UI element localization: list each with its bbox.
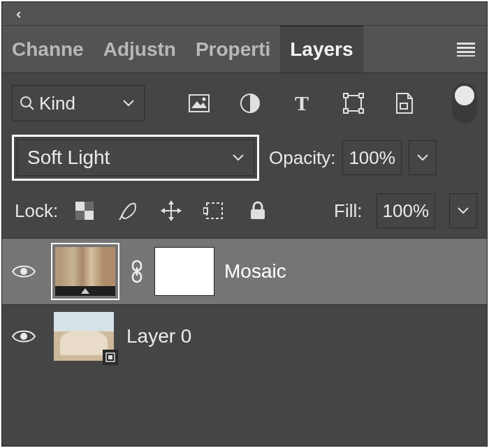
blend-mode-row: Soft Light Opacity: 100% bbox=[2, 129, 487, 186]
lock-transparency-icon[interactable] bbox=[72, 198, 97, 223]
svg-point-4 bbox=[21, 97, 31, 107]
panel-menu-icon[interactable] bbox=[445, 26, 487, 73]
svg-line-5 bbox=[29, 105, 34, 110]
tab-adjustments[interactable]: Adjustn bbox=[94, 26, 186, 73]
svg-rect-13 bbox=[344, 109, 348, 113]
opacity-label: Opacity: bbox=[269, 147, 335, 169]
filter-shape-icon[interactable] bbox=[338, 88, 369, 119]
lock-label: Lock: bbox=[15, 200, 58, 222]
filter-kind-select[interactable]: Kind bbox=[12, 85, 145, 121]
svg-marker-22 bbox=[168, 200, 174, 204]
toggle-knob bbox=[455, 86, 474, 105]
svg-rect-18 bbox=[85, 202, 94, 211]
svg-point-8 bbox=[202, 98, 205, 101]
layer-row[interactable]: Mosaic bbox=[2, 238, 487, 304]
chevron-down-icon bbox=[233, 154, 244, 161]
tab-channels[interactable]: Channe bbox=[2, 26, 94, 73]
filter-pixel-icon[interactable] bbox=[184, 88, 214, 119]
tab-spacer bbox=[363, 26, 445, 73]
tab-label: Adjustn bbox=[103, 38, 176, 61]
thumbnail-image bbox=[55, 247, 115, 296]
lock-artboard-icon[interactable] bbox=[202, 198, 227, 223]
layer-name[interactable]: Mosaic bbox=[224, 260, 286, 283]
svg-rect-3 bbox=[457, 55, 475, 57]
svg-point-29 bbox=[20, 268, 27, 275]
eye-icon bbox=[11, 263, 36, 280]
lock-icons bbox=[72, 198, 270, 223]
visibility-toggle[interactable] bbox=[6, 328, 41, 345]
svg-rect-0 bbox=[457, 43, 475, 45]
svg-rect-2 bbox=[457, 51, 475, 53]
eye-icon bbox=[11, 328, 36, 345]
svg-marker-23 bbox=[168, 217, 174, 221]
filter-type-icons: T bbox=[149, 88, 441, 119]
filter-adjustment-icon[interactable] bbox=[235, 88, 265, 119]
opacity-dropdown-button[interactable] bbox=[409, 140, 437, 175]
layers-panel: ‹‹ Channe Adjustn Properti Layers bbox=[1, 1, 488, 447]
svg-rect-26 bbox=[207, 203, 222, 218]
lock-position-icon[interactable] bbox=[159, 198, 184, 223]
layer-thumbnail[interactable] bbox=[51, 243, 119, 300]
visibility-toggle[interactable] bbox=[6, 263, 41, 280]
panel-collapse-bar[interactable]: ‹‹ bbox=[2, 2, 487, 26]
fill-value: 100% bbox=[383, 200, 430, 222]
svg-rect-27 bbox=[203, 208, 207, 214]
lock-pixels-icon[interactable] bbox=[115, 198, 140, 223]
svg-marker-25 bbox=[177, 208, 182, 214]
tab-label: Layers bbox=[290, 38, 353, 61]
layer-row[interactable]: Layer 0 bbox=[2, 304, 487, 368]
fill-label: Fill: bbox=[334, 200, 362, 222]
filter-type-icon[interactable]: T bbox=[286, 88, 317, 119]
svg-rect-6 bbox=[189, 95, 209, 112]
opacity-input[interactable]: 100% bbox=[342, 140, 402, 175]
lock-row: Lock: bbox=[2, 186, 487, 238]
opacity-value: 100% bbox=[349, 147, 395, 169]
layer-thumbnail[interactable] bbox=[51, 309, 117, 364]
panel-tabs: Channe Adjustn Properti Layers bbox=[2, 26, 487, 73]
filter-toggle-switch[interactable] bbox=[452, 83, 477, 124]
layer-filter-row: Kind T bbox=[2, 73, 487, 129]
search-icon bbox=[20, 96, 35, 111]
panel-body: Kind T bbox=[2, 73, 487, 446]
svg-rect-17 bbox=[85, 211, 94, 220]
fill-dropdown-button[interactable] bbox=[449, 193, 477, 228]
chevron-down-icon bbox=[417, 154, 428, 161]
fill-input[interactable]: 100% bbox=[377, 193, 436, 228]
svg-rect-11 bbox=[344, 94, 348, 98]
smart-object-badge-icon bbox=[103, 350, 118, 365]
svg-rect-16 bbox=[75, 202, 85, 211]
svg-point-33 bbox=[20, 333, 27, 340]
blend-mode-value: Soft Light bbox=[27, 147, 110, 169]
collapse-icon: ‹‹ bbox=[16, 6, 17, 22]
svg-rect-1 bbox=[457, 47, 475, 49]
layer-mask-thumbnail[interactable] bbox=[154, 247, 214, 296]
lock-all-icon[interactable] bbox=[245, 198, 270, 223]
filter-smartobject-icon[interactable] bbox=[389, 88, 420, 119]
svg-rect-14 bbox=[359, 109, 363, 113]
svg-rect-35 bbox=[108, 355, 112, 359]
link-icon[interactable] bbox=[129, 260, 145, 283]
svg-rect-19 bbox=[75, 211, 85, 220]
blend-mode-select[interactable]: Soft Light bbox=[17, 140, 254, 176]
svg-rect-12 bbox=[359, 94, 363, 98]
svg-rect-15 bbox=[400, 103, 407, 109]
layer-name[interactable]: Layer 0 bbox=[126, 325, 191, 348]
blend-mode-highlight: Soft Light bbox=[12, 135, 259, 181]
hamburger-icon bbox=[457, 43, 475, 57]
svg-marker-24 bbox=[161, 208, 165, 214]
svg-marker-7 bbox=[191, 101, 207, 108]
chevron-down-icon bbox=[458, 207, 469, 214]
filter-kind-label: Kind bbox=[39, 93, 75, 114]
chevron-down-icon bbox=[123, 100, 134, 107]
tab-layers[interactable]: Layers bbox=[280, 26, 363, 73]
svg-rect-28 bbox=[251, 209, 265, 219]
tab-label: Properti bbox=[196, 38, 270, 61]
tab-properties[interactable]: Properti bbox=[186, 26, 280, 73]
tab-label: Channe bbox=[12, 38, 84, 61]
layers-list: Mosaic Layer 0 bbox=[2, 238, 487, 446]
